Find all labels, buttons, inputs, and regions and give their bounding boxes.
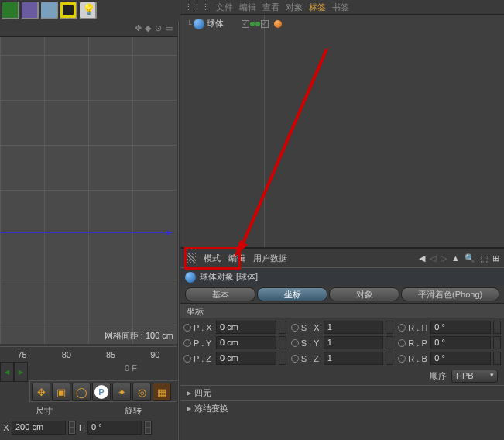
tab-coord[interactable]: 坐标 xyxy=(257,287,327,301)
frame-field[interactable]: 0 F xyxy=(116,363,146,376)
spinner-icon[interactable] xyxy=(279,352,286,365)
sx-input[interactable]: 1 xyxy=(324,321,384,334)
object-title-row: 球体对象 [球体] xyxy=(180,267,504,286)
leaf-icon[interactable] xyxy=(20,1,39,19)
quat-section[interactable]: ▶四元 xyxy=(180,385,504,400)
spinner-icon[interactable] xyxy=(386,336,393,349)
back-icon[interactable]: ◀ xyxy=(419,253,425,263)
anim-dot-icon[interactable] xyxy=(291,324,299,332)
move-mini-icon[interactable]: ✥ xyxy=(135,23,142,31)
anim-dot-icon[interactable] xyxy=(183,324,191,332)
annotation-box xyxy=(184,247,241,270)
tab-basic[interactable]: 基本 xyxy=(185,287,255,301)
hierarchy-menu: ⋮⋮⋮ 文件 编辑 查看 对象 标签 书签 xyxy=(180,0,504,14)
field-rb: R . B0 ° xyxy=(398,352,501,365)
anim-dot-icon[interactable] xyxy=(398,355,406,363)
anim-dot-icon[interactable] xyxy=(183,355,191,363)
tab-object[interactable]: 对象 xyxy=(329,287,399,301)
freeze-section[interactable]: ▶冻结变换 xyxy=(180,400,504,416)
sphere-icon xyxy=(185,272,196,283)
viewport[interactable]: 网格间距 : 100 cm xyxy=(0,36,177,344)
anim-dot-icon[interactable] xyxy=(291,355,299,363)
axis-tool-icon[interactable]: ✦ xyxy=(112,383,131,401)
face-icon[interactable] xyxy=(59,1,77,19)
grid-icon[interactable] xyxy=(39,1,58,19)
phong-tag-icon[interactable] xyxy=(274,20,282,28)
menu-object[interactable]: 对象 xyxy=(286,2,303,13)
userdata-menu[interactable]: 用户数据 xyxy=(253,253,287,264)
spinner-icon[interactable] xyxy=(68,421,76,435)
circle-tool-icon[interactable]: ◯ xyxy=(72,383,91,401)
anim-dot-icon[interactable] xyxy=(398,324,406,332)
new-icon[interactable]: ⊞ xyxy=(492,253,499,263)
field-px: P . X0 cm xyxy=(183,321,286,334)
rh-input[interactable]: 0 ° xyxy=(430,321,491,334)
move-tool-icon[interactable]: ✥ xyxy=(32,383,50,401)
size-label: 尺寸 xyxy=(36,405,53,417)
timeline-ruler[interactable]: 75 80 85 90 xyxy=(0,346,177,362)
tree-obj-name[interactable]: 球体 xyxy=(207,18,224,29)
sy-input[interactable]: 1 xyxy=(324,336,384,349)
nav-mini-icon[interactable]: ◆ xyxy=(145,23,153,31)
menu-view[interactable]: 查看 xyxy=(262,2,279,13)
rotation-order-row: 顺序 HPB xyxy=(180,367,504,385)
visibility-dot-icon[interactable] xyxy=(250,22,255,26)
py-input[interactable]: 0 cm xyxy=(216,336,276,349)
target-tool-icon[interactable]: ◎ xyxy=(132,383,151,401)
anim-dot-icon[interactable] xyxy=(183,339,191,347)
spinner-icon[interactable] xyxy=(493,352,501,365)
clover-icon[interactable] xyxy=(1,1,19,19)
prev-button[interactable]: ◄ xyxy=(0,362,14,382)
size-x-input[interactable]: 200 cm xyxy=(12,421,66,435)
field-sx: S . X1 xyxy=(291,321,394,334)
size-x-field: X 200 cm xyxy=(3,421,76,435)
attribute-tabs: 基本 坐标 对象 平滑着色(Phong) xyxy=(180,286,504,303)
ruler-tick: 90 xyxy=(150,350,159,359)
tree-row-sphere[interactable]: └ 球体 xyxy=(187,18,282,29)
h-label: H xyxy=(79,423,85,432)
object-tree[interactable]: └ 球体 xyxy=(180,14,504,248)
pz-input[interactable]: 0 cm xyxy=(216,352,276,365)
menu-file[interactable]: 文件 xyxy=(216,2,233,13)
triangle-right-icon: ▶ xyxy=(187,390,191,397)
max-mini-icon[interactable]: ▭ xyxy=(165,23,173,31)
order-select[interactable]: HPB xyxy=(451,370,498,383)
next-button[interactable]: ► xyxy=(14,362,28,382)
menu-edit[interactable]: 编辑 xyxy=(239,2,256,13)
menu-bookmark[interactable]: 书签 xyxy=(332,2,349,13)
search-icon[interactable]: 🔍 xyxy=(465,253,475,263)
sz-input[interactable]: 1 xyxy=(324,352,384,365)
play-controls: ◄ ► xyxy=(0,362,29,383)
tab-phong[interactable]: 平滑着色(Phong) xyxy=(401,287,499,301)
rb-input[interactable]: 0 ° xyxy=(430,352,491,365)
film-tool-icon[interactable]: ▦ xyxy=(153,383,171,401)
triangle-right-icon: ▶ xyxy=(187,405,191,412)
spinner-icon[interactable] xyxy=(493,336,501,349)
rp-input[interactable]: 0 ° xyxy=(430,336,491,349)
bulb-icon[interactable] xyxy=(78,1,97,19)
p-tool-icon[interactable]: P xyxy=(92,383,111,401)
layer-check-icon[interactable] xyxy=(242,20,249,28)
tree-divider[interactable] xyxy=(264,15,265,247)
field-sy: S . Y1 xyxy=(291,336,394,349)
back2-icon[interactable]: ◁ xyxy=(430,253,436,263)
render-dot-icon[interactable] xyxy=(255,22,260,26)
spinner-icon[interactable] xyxy=(144,421,152,435)
view-mini-icon[interactable]: ⊙ xyxy=(155,23,163,31)
spinner-icon[interactable] xyxy=(279,336,286,349)
spinner-icon[interactable] xyxy=(386,321,393,334)
spinner-icon[interactable] xyxy=(493,321,501,334)
menu-tags[interactable]: 标签 xyxy=(309,2,326,13)
spinner-icon[interactable] xyxy=(386,352,393,365)
rot-h-input[interactable]: 0 ° xyxy=(87,421,142,435)
spinner-icon[interactable] xyxy=(279,321,286,334)
anim-dot-icon[interactable] xyxy=(398,339,406,347)
lock-icon[interactable]: ⬚ xyxy=(480,253,488,263)
field-sz: S . Z1 xyxy=(291,352,394,365)
check-icon[interactable] xyxy=(261,20,269,28)
up-icon[interactable]: ▲ xyxy=(451,253,460,263)
cube-tool-icon[interactable]: ▣ xyxy=(52,383,70,401)
fwd-icon[interactable]: ▷ xyxy=(441,253,447,263)
anim-dot-icon[interactable] xyxy=(291,339,299,347)
px-input[interactable]: 0 cm xyxy=(216,321,276,334)
